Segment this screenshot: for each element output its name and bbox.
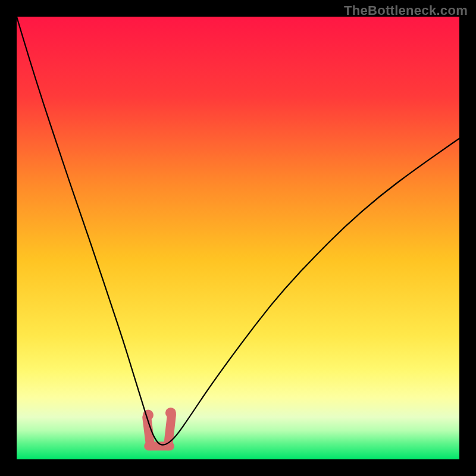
- marker-right: [165, 408, 176, 418]
- watermark-text: TheBottleneck.com: [344, 3, 468, 18]
- chart-background: [17, 17, 459, 459]
- bottleneck-curve-chart: [17, 17, 459, 459]
- chart-frame: TheBottleneck.com: [0, 0, 476, 476]
